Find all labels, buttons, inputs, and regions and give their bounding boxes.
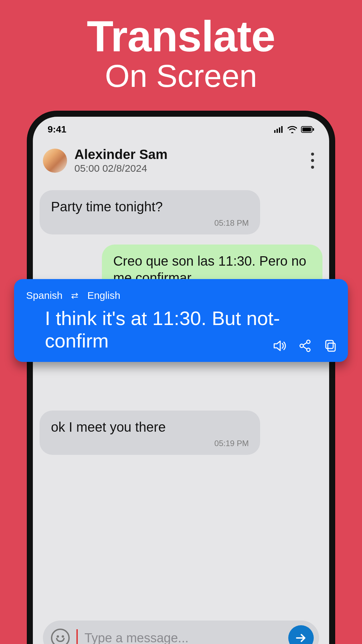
send-button[interactable] [288,625,314,644]
share-button[interactable] [298,338,312,353]
svg-rect-3 [281,126,283,133]
svg-marker-10 [274,341,280,351]
svg-rect-0 [274,130,276,133]
arrow-right-icon [295,632,307,644]
more-menu-button[interactable] [306,151,319,170]
battery-icon [301,126,314,133]
message-text: Party time tonight? [51,198,249,215]
contact-name: Alexinder Sam [74,147,298,162]
svg-point-12 [300,344,303,347]
message-text: ok I meet you there [51,419,249,435]
copy-icon [324,339,337,353]
svg-rect-2 [279,127,280,133]
wifi-icon [288,126,297,133]
status-icons [274,126,314,133]
emoji-button[interactable] [51,629,70,644]
svg-rect-5 [302,127,311,131]
status-bar: 9:41 [33,117,329,138]
speaker-icon [273,339,286,353]
swap-languages-icon[interactable]: ⇄ [71,290,78,301]
speak-button[interactable] [272,338,287,353]
chat-header: Alexinder Sam 05:00 02/8/2024 [33,138,329,183]
share-icon [298,339,312,353]
message-time: 05:18 PM [51,218,249,228]
translation-overlay[interactable]: Spanish ⇄ English I think it's at 11:30.… [14,279,348,362]
status-time: 9:41 [48,124,66,135]
svg-rect-1 [277,129,278,133]
contact-block[interactable]: Alexinder Sam 05:00 02/8/2024 [74,147,298,174]
copy-button[interactable] [323,338,338,353]
message-bubble-incoming[interactable]: Party time tonight? 05:18 PM [40,190,260,234]
contact-substamp: 05:00 02/8/2024 [74,163,298,174]
phone-screen: 9:41 Alexinder Sam 05:00 02/8/2024 Party… [33,117,329,644]
svg-point-11 [307,340,310,343]
message-bubble-incoming[interactable]: ok I meet you there 05:19 PM [40,411,260,455]
language-pair[interactable]: Spanish ⇄ English [26,290,336,301]
cellular-icon [274,126,284,133]
message-time: 05:19 PM [51,439,249,448]
svg-line-15 [303,346,307,349]
composer-input[interactable]: Type a message... [84,631,282,644]
text-cursor [76,629,78,644]
promo-headline: Translate On Screen [0,13,362,93]
svg-rect-16 [328,343,335,351]
source-language: Spanish [26,290,62,301]
avatar[interactable] [43,149,67,173]
phone-frame: 9:41 Alexinder Sam 05:00 02/8/2024 Party… [27,111,335,644]
svg-rect-6 [313,128,314,131]
svg-point-13 [307,348,310,352]
headline-small: On Screen [0,59,362,93]
target-language: English [87,290,120,301]
overlay-actions [272,338,338,353]
headline-big: Translate [0,13,362,59]
message-composer[interactable]: Type a message... [43,621,319,644]
svg-line-14 [303,342,307,345]
svg-rect-17 [326,340,333,348]
